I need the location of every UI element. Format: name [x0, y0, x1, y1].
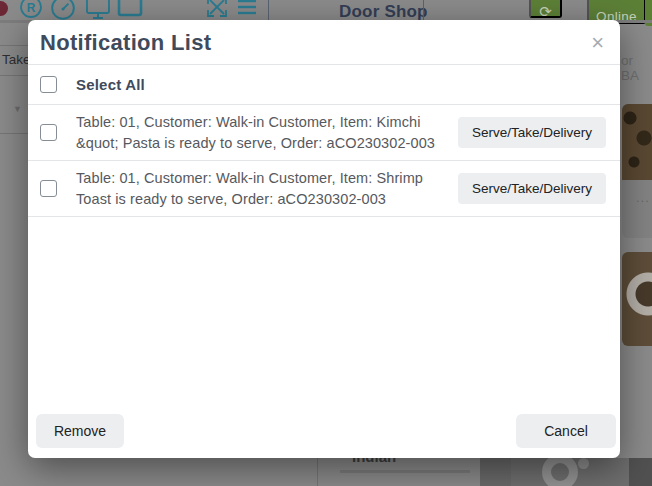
product-image [622, 104, 652, 180]
category-tile-logo [511, 458, 629, 486]
shop-name: Door Shop [339, 2, 428, 22]
notification-text: Table: 01, Customer: Walk-in Customer, I… [76, 112, 439, 153]
header-divider [423, 0, 424, 20]
select-all-row: Select All [28, 65, 620, 105]
category-tile [480, 458, 511, 486]
product-card: ... [622, 104, 652, 238]
notification-row: Table: 01, Customer: Walk-in Customer, I… [28, 105, 620, 161]
left-panel-line [0, 75, 28, 76]
logo-dot-icon [578, 458, 589, 469]
left-panel-line [0, 133, 28, 134]
notification-text: Table: 01, Customer: Walk-in Customer, I… [76, 168, 439, 209]
search-placeholder-fragment: or BA [621, 53, 652, 83]
close-icon[interactable]: × [589, 32, 606, 54]
select-all-checkbox[interactable] [40, 76, 57, 93]
brand-badge [0, 1, 8, 16]
product-card-dots: ... [622, 180, 652, 205]
notification-checkbox[interactable] [40, 124, 57, 141]
cancel-button[interactable]: Cancel [516, 414, 616, 448]
category-underline [340, 470, 470, 473]
svg-text:R: R [27, 1, 36, 15]
notification-row: Table: 01, Customer: Walk-in Customer, I… [28, 161, 620, 217]
left-panel-line [0, 45, 28, 46]
order-type-label: Take [2, 52, 31, 67]
remove-button[interactable]: Remove [36, 414, 124, 448]
select-all-label: Select All [76, 76, 145, 93]
notification-checkbox[interactable] [40, 180, 57, 197]
app-screen: R D [0, 0, 652, 486]
category-tile [629, 458, 652, 486]
product-image [622, 252, 652, 346]
modal-footer: Remove Cancel [28, 414, 620, 458]
modal-title: Notification List [40, 30, 211, 56]
panel-divider [317, 458, 318, 486]
product-card [622, 252, 652, 346]
serve-take-delivery-button[interactable]: Serve/Take/Delivery [458, 117, 606, 148]
logo-ring-icon [542, 454, 578, 486]
chevron-down-icon[interactable]: ▼ [13, 104, 22, 114]
modal-header: Notification List × [28, 20, 620, 65]
notification-list-modal: Notification List × Select All Table: 01… [28, 20, 620, 458]
serve-take-delivery-button[interactable]: Serve/Take/Delivery [458, 173, 606, 204]
refresh-button[interactable]: ⟳ [529, 0, 562, 18]
header-divider [268, 0, 269, 20]
